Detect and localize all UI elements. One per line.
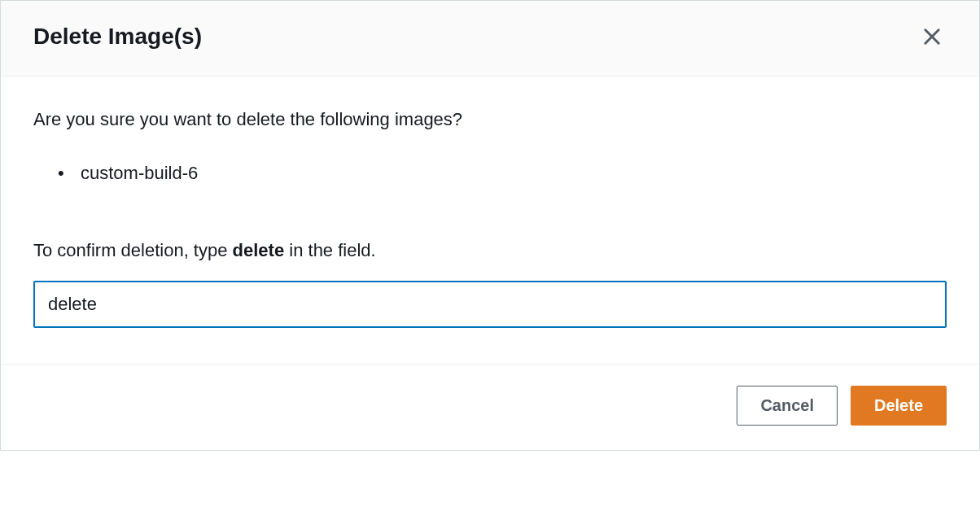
image-list: custom-build-6 xyxy=(33,159,947,186)
delete-button[interactable]: Delete xyxy=(851,386,947,426)
instruction-prefix: To confirm deletion, type xyxy=(33,240,233,260)
confirm-question: Are you sure you want to delete the foll… xyxy=(33,109,947,130)
delete-images-modal: Delete Image(s) Are you sure you want to… xyxy=(0,0,980,451)
close-icon xyxy=(921,25,943,48)
modal-footer: Cancel Delete xyxy=(1,364,979,450)
modal-header: Delete Image(s) xyxy=(1,1,979,76)
modal-body: Are you sure you want to delete the foll… xyxy=(1,76,979,364)
confirm-input[interactable] xyxy=(33,281,947,328)
list-item: custom-build-6 xyxy=(81,159,947,186)
instruction-keyword: delete xyxy=(233,240,285,260)
cancel-button[interactable]: Cancel xyxy=(737,386,838,426)
close-button[interactable] xyxy=(917,22,947,51)
instruction-suffix: in the field. xyxy=(284,240,376,260)
modal-title: Delete Image(s) xyxy=(33,24,202,50)
confirm-instruction: To confirm deletion, type delete in the … xyxy=(33,240,947,261)
